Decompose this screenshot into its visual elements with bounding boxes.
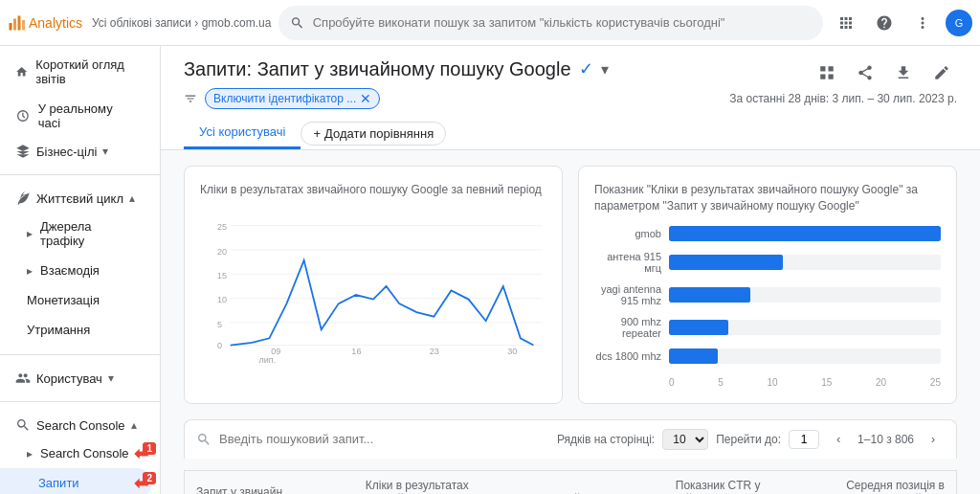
search-input[interactable] bbox=[313, 15, 812, 30]
sidebar-group-business[interactable]: Бізнес-цілі ▾ bbox=[0, 138, 160, 165]
divider3 bbox=[0, 401, 160, 402]
chevron-right-icon: ▸ bbox=[27, 227, 33, 240]
sidebar-group-lifecycle[interactable]: Життєвий цикл ▴ bbox=[0, 185, 160, 212]
export-button[interactable] bbox=[888, 57, 919, 88]
line-chart-svg: 25 20 15 10 5 0 bbox=[200, 210, 546, 363]
charts-area: Кліки в результатах звичайного пошуку Go… bbox=[161, 150, 980, 419]
chevron-up-icon: ▴ bbox=[129, 191, 135, 205]
per-page-select[interactable]: 10 25 50 bbox=[662, 429, 708, 450]
users-icon bbox=[15, 370, 31, 386]
more-button[interactable] bbox=[907, 8, 938, 38]
svg-text:30: 30 bbox=[507, 346, 517, 355]
bar-row-5: dcs 1800 mhz bbox=[594, 348, 941, 364]
apps-icon bbox=[837, 14, 855, 32]
bar-track-5 bbox=[669, 348, 941, 364]
search-icon bbox=[290, 15, 304, 31]
bar-row-2: антена 915 мгц bbox=[594, 251, 941, 274]
divider2 bbox=[0, 354, 160, 355]
prev-page-button[interactable]: ‹ bbox=[827, 428, 850, 451]
svg-text:0: 0 bbox=[217, 341, 222, 350]
search-console-group-icon bbox=[15, 417, 31, 433]
filter-close-icon[interactable]: ✕ bbox=[360, 91, 371, 106]
bar-row-4: 900 mhz repeater bbox=[594, 316, 941, 339]
chevron-down2-icon: ▾ bbox=[108, 371, 114, 385]
svg-rect-2 bbox=[18, 15, 21, 30]
date-range: За останні 28 днів: 3 лип. – 30 лип. 202… bbox=[729, 92, 957, 105]
content-area: Запити: Запит у звичайному пошуку Google… bbox=[161, 46, 980, 494]
chevron-down-icon: ▾ bbox=[102, 145, 108, 158]
bar-track-1 bbox=[669, 226, 941, 241]
sidebar-group-users[interactable]: Користувач ▾ bbox=[0, 365, 160, 392]
bar-fill-2 bbox=[669, 255, 783, 270]
svg-text:лип.: лип. bbox=[259, 354, 277, 362]
badge-1: 1 bbox=[143, 442, 156, 455]
content-header: Запити: Запит у звичайному пошуку Google… bbox=[161, 46, 980, 150]
table-search-icon bbox=[196, 432, 212, 447]
sidebar-item-interactions[interactable]: ▸ Взаємодія bbox=[0, 256, 152, 285]
page-title: Запити: Запит у звичайному пошуку Google bbox=[184, 58, 571, 80]
col-header-clicks: Кліки в результатах звичайного пошуку Go… bbox=[321, 470, 480, 494]
page-number-input[interactable] bbox=[789, 430, 819, 449]
bar-chart-container: Показник "Кліки в результатах звичайного… bbox=[578, 166, 957, 404]
axis-5: 5 bbox=[718, 377, 724, 388]
subtitle-row: Включити ідентифікатор ... ✕ За останні … bbox=[184, 88, 957, 109]
help-button[interactable] bbox=[869, 8, 900, 38]
main-layout: Короткий огляд звітів У реальному часі Б… bbox=[0, 46, 980, 494]
bar-chart-title: Показник "Кліки в результатах звичайного… bbox=[594, 182, 941, 214]
add-compare-button[interactable]: + Додати порівняння bbox=[301, 122, 446, 146]
share-icon bbox=[857, 64, 874, 81]
badge-2: 2 bbox=[143, 472, 156, 484]
bar-chart: gmob антена 915 мгц yagi a bbox=[594, 226, 941, 388]
sidebar-item-overview[interactable]: Короткий огляд звітів bbox=[0, 50, 152, 94]
bar-label-3: yagi antenna 915 mhz bbox=[594, 283, 661, 306]
title-dropdown-icon[interactable]: ▾ bbox=[601, 60, 609, 79]
tab-row: Усі користувачі + Додати порівняння bbox=[184, 117, 957, 149]
tab-all-users[interactable]: Усі користувачі bbox=[184, 117, 301, 149]
header-actions bbox=[812, 57, 957, 88]
bar-track-2 bbox=[669, 255, 941, 270]
edit-button[interactable] bbox=[926, 57, 957, 88]
apps-button[interactable] bbox=[831, 8, 861, 38]
axis-25: 25 bbox=[930, 377, 941, 388]
sidebar-item-traffic[interactable]: ▸ Джерела трафіку bbox=[0, 212, 152, 256]
filter-chip[interactable]: Включити ідентифікатор ... ✕ bbox=[205, 88, 380, 109]
sidebar-item-monetization[interactable]: Монетизація bbox=[0, 285, 152, 315]
search-bar[interactable] bbox=[278, 6, 823, 40]
top-bar: Analytics Усі облікові записи › gmob.com… bbox=[0, 0, 980, 46]
table-controls: Рядків на сторінці: 10 25 50 Перейти до:… bbox=[184, 419, 957, 459]
next-page-button[interactable]: › bbox=[922, 428, 945, 451]
bar-axis: 0 5 10 15 20 25 bbox=[594, 377, 941, 388]
data-table: Запит у звичайн... пошуку Google ↓ ＋ Клі… bbox=[184, 470, 957, 494]
svg-text:16: 16 bbox=[351, 346, 361, 355]
sidebar-item-retention[interactable]: Утримання bbox=[0, 315, 152, 345]
table-search-input[interactable] bbox=[219, 432, 468, 446]
analytics-logo-icon bbox=[8, 14, 25, 32]
bar-track-3 bbox=[669, 287, 941, 303]
bar-label-1: gmob bbox=[594, 228, 661, 239]
grid-view-button[interactable] bbox=[812, 57, 842, 88]
bar-fill-5 bbox=[669, 348, 718, 364]
svg-rect-3 bbox=[22, 20, 25, 31]
avatar[interactable]: G bbox=[946, 10, 972, 36]
grid-view-icon bbox=[818, 64, 835, 81]
check-icon: ✓ bbox=[579, 58, 593, 79]
sidebar-item-realtime[interactable]: У реальному часі bbox=[0, 94, 152, 138]
realtime-icon bbox=[15, 108, 31, 124]
breadcrumb: Усі облікові записи › gmob.com.ua bbox=[92, 16, 271, 30]
col-header-impressions: Покази у звичайному пошуку Google bbox=[480, 470, 619, 494]
sidebar-item-queries[interactable]: Запити ⬅ 2 bbox=[0, 468, 152, 494]
chevron-right3-icon: ▸ bbox=[27, 447, 33, 460]
sidebar-item-search-console[interactable]: ▸ Search Console ⬅ 1 bbox=[0, 438, 152, 468]
axis-20: 20 bbox=[876, 377, 886, 388]
chevron-right-icon2: ▸ bbox=[27, 264, 33, 278]
home-icon bbox=[15, 64, 28, 79]
share-button[interactable] bbox=[850, 57, 880, 88]
axis-0: 0 bbox=[669, 377, 675, 388]
edit-icon bbox=[933, 64, 950, 81]
more-icon bbox=[914, 14, 931, 32]
svg-text:15: 15 bbox=[217, 271, 227, 281]
bar-label-2: антена 915 мгц bbox=[594, 251, 661, 274]
sidebar-group-search-console[interactable]: Search Console ▴ bbox=[0, 412, 160, 438]
col-header-ctr: Показник CTR у звичайному пошуку Google bbox=[618, 470, 771, 494]
svg-text:20: 20 bbox=[217, 246, 227, 256]
